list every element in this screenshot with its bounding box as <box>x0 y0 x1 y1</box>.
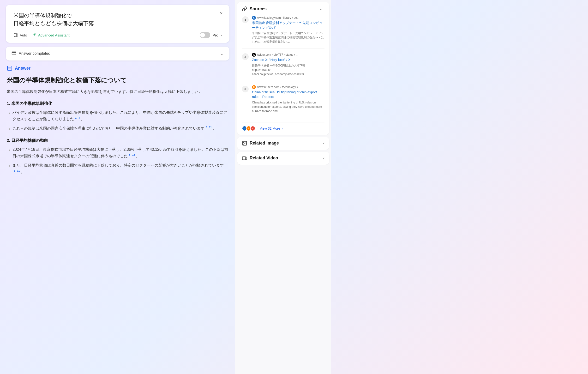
chevron-down-icon: ⌄ <box>220 51 224 56</box>
source-link-3[interactable]: China criticises US tightening of chip e… <box>252 90 325 99</box>
pro-arrow: › <box>220 33 222 37</box>
source-number-1: 1 <box>242 16 249 23</box>
sources-collapse-button[interactable]: ⌄ <box>318 6 325 12</box>
related-image-row[interactable]: Related Image ‹ <box>242 141 325 146</box>
view-more-icon-3: R <box>250 126 255 131</box>
video-icon <box>242 156 247 161</box>
source-item-1[interactable]: 1 L www.lexology.com › library › de... 米… <box>242 16 325 48</box>
ref-11: 11 <box>208 126 212 129</box>
status-label: Answer completed <box>19 51 50 56</box>
section-1: 1. 米国の半導体規制強化 バイデン政権は半導体に関する輸出管理規制を強化しまし… <box>7 101 229 133</box>
source-domain-1: L www.lexology.com › library › de... <box>252 16 325 20</box>
section-2-heading: 2. 日経平均株価の動向 <box>7 138 229 143</box>
related-video-chevron-icon: ‹ <box>323 156 325 160</box>
answer-icon <box>7 65 12 71</box>
answer-header: Answer <box>7 65 229 71</box>
related-video-label: Related Video <box>250 156 278 160</box>
sources-header: Sources ⌄ <box>242 6 325 12</box>
view-more-arrow-icon: › <box>282 127 283 130</box>
article-intro: 米国の半導体規制強化が日本の株式市場に大きな影響を与えています。特に日経平均株価… <box>7 88 229 95</box>
source-link-1[interactable]: 米国輸出管理規制アップデート〜先端コンピューティング及び ... <box>252 21 325 30</box>
auto-option[interactable]: Auto <box>13 33 27 37</box>
source-number-3: 3 <box>242 86 249 92</box>
reuters-favicon: R <box>252 85 256 89</box>
related-video-row[interactable]: Related Video ‹ <box>242 156 325 161</box>
source-snippet-2: 日経平均株価 一時1000円以上の大幅下落 https://news.tv-as… <box>252 63 325 76</box>
query-footer: Auto Advanced Assistant Pro › <box>13 32 222 38</box>
sources-title: Sources <box>242 6 267 11</box>
advanced-label: Advanced Assistant <box>38 33 70 37</box>
answer-status-card[interactable]: Answer completed ⌄ <box>6 47 230 61</box>
source-number-2: 2 <box>242 53 249 60</box>
source-snippet-1: 米国輸出管理規制アップデート〜先端コンピューティング及び半導体製造装置関連の輸出… <box>252 31 325 44</box>
ref-31: 31 <box>16 170 21 172</box>
source-content-3: R www.reuters.com › technology >... Chin… <box>252 85 325 113</box>
svg-rect-11 <box>242 157 246 160</box>
section-1-heading: 1. 米国の半導体規制強化 <box>7 101 229 106</box>
main-content: × 米国の半導体規制強化で 日経平均ともども株価は大幅下落 Auto <box>0 0 235 374</box>
source-content-2: 𝕏 twitter.com › phx787 › status › ... Za… <box>252 53 325 76</box>
pro-toggle[interactable] <box>200 32 210 38</box>
svg-rect-3 <box>12 52 16 55</box>
svg-marker-12 <box>246 157 247 159</box>
ref-1: 1 <box>74 117 77 119</box>
related-image-section[interactable]: Related Image ‹ <box>237 137 329 150</box>
article-title: 米国の半導体規制強化と株価下落について <box>7 76 229 85</box>
source-snippet-3: China has criticised the tightening of U… <box>252 100 325 113</box>
close-button[interactable]: × <box>218 10 225 17</box>
section-2: 2. 日経平均株価の動向 2024年7月18日、東京株式市場で日経平均株価は大幅… <box>7 138 229 175</box>
list-item: これらの規制は米国の国家安全保障を理由に行われており、中国の半導体産業に対する制… <box>7 125 229 133</box>
related-video-title: Related Video <box>242 156 278 161</box>
source-domain-3: R www.reuters.com › technology >... <box>252 85 325 89</box>
image-icon <box>242 141 247 146</box>
auto-label: Auto <box>20 33 27 37</box>
answer-status-left: Answer completed <box>11 51 50 56</box>
sources-section: Sources ⌄ 1 L www.lexology.com › library… <box>237 2 329 135</box>
sidebar: Sources ⌄ 1 L www.lexology.com › library… <box>235 0 331 374</box>
globe-icon <box>13 33 18 37</box>
pro-label: Pro <box>213 33 218 37</box>
source-item-2[interactable]: 2 𝕏 twitter.com › phx787 › status › ... … <box>242 53 325 81</box>
twitter-favicon: 𝕏 <box>252 53 256 57</box>
sparkle-icon <box>32 33 37 37</box>
source-link-2[interactable]: Zach on X: "Holy fuck" / X <box>252 58 325 62</box>
view-more-icons: G N R <box>242 126 255 131</box>
ref-3: 3 <box>78 117 81 119</box>
answer-title-label: Answer <box>15 66 31 71</box>
query-title: 米国の半導体規制強化で 日経平均ともども株価は大幅下落 <box>13 11 222 27</box>
pro-section: Pro › <box>200 32 222 38</box>
source-domain-2: 𝕏 twitter.com › phx787 › status › ... <box>252 53 325 57</box>
view-more[interactable]: G N R View 32 More › <box>242 122 325 131</box>
list-item: また、日経平均株価は直近の数日間でも継続的に下落しており、特定のセクターへの影響… <box>7 162 229 175</box>
ref-3b: 3 <box>205 126 208 129</box>
source-content-1: L www.lexology.com › library › de... 米国輸… <box>252 16 325 44</box>
toggle-knob <box>200 33 205 37</box>
answer-section: Answer 米国の半導体規制強化と株価下落について 米国の半導体規制強化が日本… <box>6 65 230 175</box>
related-video-section[interactable]: Related Video ‹ <box>237 152 329 165</box>
message-icon <box>11 51 16 56</box>
list-item: バイデン政権は半導体に関する輸出管理規制を強化しました。これにより、中国が米国の… <box>7 109 229 122</box>
related-image-label: Related Image <box>250 141 279 146</box>
related-image-chevron-icon: ‹ <box>323 141 325 146</box>
related-image-title: Related Image <box>242 141 279 146</box>
ref-6: 6 <box>13 170 16 172</box>
view-more-text: View 32 More <box>260 127 280 130</box>
ref-8: 8 <box>128 153 131 156</box>
lexology-favicon: L <box>252 16 256 20</box>
svg-point-10 <box>243 142 244 143</box>
query-card: × 米国の半導体規制強化で 日経平均ともども株価は大幅下落 Auto <box>6 5 230 43</box>
query-options: Auto Advanced Assistant <box>13 33 70 37</box>
ref-12: 12 <box>132 153 136 156</box>
link-icon <box>242 6 247 11</box>
source-item-3[interactable]: 3 R www.reuters.com › technology >... Ch… <box>242 85 325 118</box>
advanced-option[interactable]: Advanced Assistant <box>32 33 70 37</box>
list-item: 2024年7月18日、東京株式市場で日経平均株価は大幅に下落し、2.36%下落し… <box>7 146 229 159</box>
section-2-bullets: 2024年7月18日、東京株式市場で日経平均株価は大幅に下落し、2.36%下落し… <box>7 146 229 175</box>
section-1-bullets: バイデン政権は半導体に関する輸出管理規制を強化しました。これにより、中国が米国の… <box>7 109 229 133</box>
